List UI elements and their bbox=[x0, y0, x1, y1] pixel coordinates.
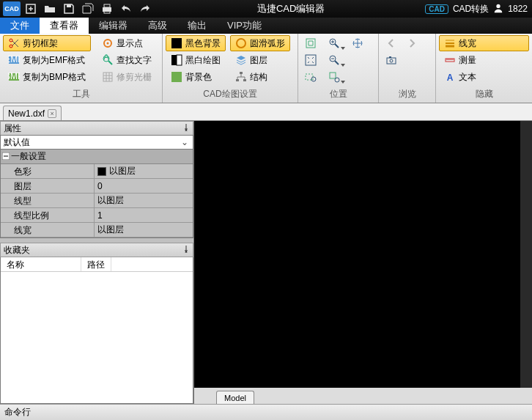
undo-icon[interactable] bbox=[117, 1, 135, 16]
bg-color-button[interactable]: 背景色 bbox=[166, 69, 226, 85]
chevron-down-icon[interactable]: ⌄ bbox=[180, 137, 190, 147]
ribbon: 剪切框架 EMF复制为EMF格式 BMP复制为BMP格式 显示点 A查找文字 修… bbox=[0, 34, 532, 103]
user-count: 1822 bbox=[508, 4, 528, 14]
app-title: 迅捷CAD编辑器 bbox=[157, 2, 425, 15]
menu-bar: 文件 查看器 编辑器 高级 输出 VIP功能 bbox=[0, 18, 532, 34]
property-grid: 一般设置 色彩以图层 图层0 线型以图层 线型比例1 线宽以图层 bbox=[0, 150, 193, 238]
nav-fwd-button bbox=[402, 35, 421, 51]
close-tab-icon[interactable]: × bbox=[48, 109, 56, 118]
black-bg-button[interactable]: 黑色背景 bbox=[166, 35, 226, 51]
svg-rect-3 bbox=[104, 4, 110, 7]
menu-vip[interactable]: VIP功能 bbox=[217, 18, 272, 34]
prop-section[interactable]: 一般设置 bbox=[1, 150, 193, 164]
prop-row[interactable]: 图层0 bbox=[1, 179, 193, 194]
arc-icon bbox=[235, 37, 247, 49]
svg-rect-20 bbox=[171, 72, 182, 82]
new-tab-icon[interactable] bbox=[22, 1, 40, 16]
svg-rect-31 bbox=[330, 73, 336, 78]
emf-icon: EMF bbox=[8, 54, 20, 66]
svg-rect-1 bbox=[67, 4, 71, 7]
ruler-icon bbox=[444, 54, 456, 66]
pin-icon[interactable] bbox=[182, 123, 190, 133]
menu-viewer[interactable]: 查看器 bbox=[40, 18, 89, 34]
svg-point-21 bbox=[237, 39, 245, 48]
color-swatch bbox=[97, 167, 106, 176]
menu-file[interactable]: 文件 bbox=[0, 18, 40, 34]
save-icon[interactable] bbox=[60, 1, 78, 16]
bgcolor-icon bbox=[171, 71, 182, 83]
svg-point-30 bbox=[311, 77, 316, 81]
layer-icon bbox=[235, 54, 247, 66]
copy-bmp-button[interactable]: BMP复制为BMP格式 bbox=[3, 69, 91, 85]
copy-emf-button[interactable]: EMF复制为EMF格式 bbox=[3, 52, 91, 68]
print-icon[interactable] bbox=[98, 1, 116, 16]
prop-row[interactable]: 线型比例1 bbox=[1, 208, 193, 223]
lineweight-button[interactable]: 线宽 bbox=[439, 35, 529, 51]
document-tab[interactable]: New1.dxf × bbox=[3, 106, 62, 120]
layer-button[interactable]: 图层 bbox=[230, 52, 290, 68]
blackbg-icon bbox=[171, 37, 182, 49]
command-line[interactable]: 命令行 bbox=[0, 404, 532, 420]
svg-rect-24 bbox=[243, 79, 246, 81]
svg-rect-18 bbox=[171, 55, 177, 65]
prop-row[interactable]: 线宽以图层 bbox=[1, 223, 193, 237]
fav-col-name[interactable]: 名称 bbox=[1, 257, 81, 271]
defaults-combo[interactable]: 默认值 ⌄ bbox=[0, 135, 193, 150]
svg-rect-23 bbox=[236, 79, 239, 81]
save-all-icon[interactable] bbox=[79, 1, 97, 16]
svg-rect-33 bbox=[387, 58, 396, 64]
prop-row[interactable]: 色彩以图层 bbox=[1, 164, 193, 179]
model-tab[interactable]: Model bbox=[216, 391, 254, 404]
favorites-header: 收藏夹 bbox=[0, 243, 193, 257]
measure-button[interactable]: 测量 bbox=[439, 52, 529, 68]
user-icon[interactable] bbox=[493, 3, 503, 15]
open-icon[interactable] bbox=[41, 1, 59, 16]
point-icon bbox=[102, 37, 114, 49]
menu-output[interactable]: 输出 bbox=[177, 18, 217, 34]
group-title-browse: 浏览 bbox=[382, 86, 432, 103]
document-tabs: New1.dxf × bbox=[0, 103, 532, 121]
group-title-pos: 位置 bbox=[301, 86, 375, 103]
pan-button[interactable] bbox=[348, 35, 367, 51]
raster-icon bbox=[102, 71, 114, 83]
camera-button[interactable] bbox=[382, 52, 401, 68]
bw-draw-button[interactable]: 黑白绘图 bbox=[166, 52, 226, 68]
nav-back-button bbox=[382, 35, 401, 51]
text-button[interactable]: A文本 bbox=[439, 69, 529, 85]
menu-advanced[interactable]: 高级 bbox=[138, 18, 177, 34]
smooth-arc-button[interactable]: 圆滑弧形 bbox=[230, 35, 290, 51]
fav-col-path[interactable]: 路径 bbox=[81, 257, 111, 271]
show-point-button[interactable]: 显示点 bbox=[97, 35, 157, 51]
find-text-button[interactable]: A查找文字 bbox=[97, 52, 157, 68]
svg-rect-27 bbox=[306, 55, 316, 65]
redo-icon[interactable] bbox=[136, 1, 154, 16]
cut-frame-button[interactable]: 剪切框架 bbox=[3, 35, 91, 51]
svg-point-5 bbox=[497, 4, 500, 7]
svg-rect-16 bbox=[103, 73, 112, 81]
lineweight-icon bbox=[444, 37, 456, 49]
scrollbar-vertical[interactable] bbox=[520, 121, 532, 388]
cad-convert-button[interactable]: CAD转换 bbox=[453, 3, 489, 15]
structure-button[interactable]: 结构 bbox=[230, 69, 290, 85]
svg-rect-17 bbox=[171, 38, 182, 48]
svg-point-7 bbox=[10, 45, 12, 48]
bmp-icon: BMP bbox=[8, 71, 20, 83]
svg-point-6 bbox=[10, 39, 12, 42]
search-text-icon: A bbox=[102, 54, 114, 66]
drawing-canvas[interactable] bbox=[194, 121, 532, 388]
zoom-window-button[interactable] bbox=[301, 69, 320, 85]
menu-editor[interactable]: 编辑器 bbox=[89, 18, 138, 34]
favorites-list[interactable]: 名称 路径 bbox=[0, 257, 193, 404]
prop-row[interactable]: 线型以图层 bbox=[1, 194, 193, 208]
svg-rect-19 bbox=[177, 55, 182, 65]
fit-window-button[interactable] bbox=[301, 35, 320, 51]
pin-icon[interactable] bbox=[182, 245, 190, 255]
zoom-in-button[interactable] bbox=[322, 35, 347, 51]
collapse-icon[interactable] bbox=[2, 152, 10, 162]
zoom-extents-button[interactable] bbox=[301, 52, 320, 68]
zoom-select-button[interactable] bbox=[322, 69, 347, 85]
svg-rect-22 bbox=[240, 72, 243, 74]
cad-badge: CAD bbox=[425, 4, 448, 14]
group-title-hide: 隐藏 bbox=[439, 86, 529, 103]
zoom-out-button[interactable] bbox=[322, 52, 347, 68]
